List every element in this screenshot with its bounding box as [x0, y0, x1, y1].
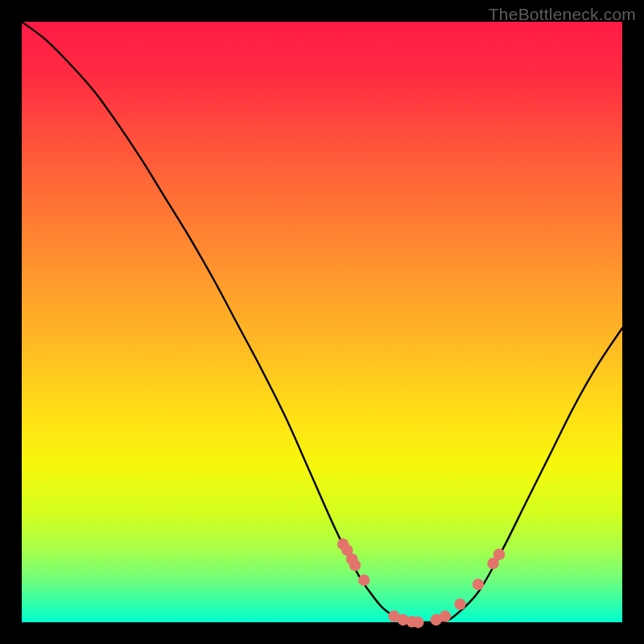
highlight-point [349, 559, 361, 571]
highlight-point [454, 598, 465, 609]
highlight-point [493, 549, 505, 560]
highlight-point [358, 575, 369, 586]
plot-area [22, 22, 622, 622]
highlight-points [337, 539, 505, 628]
bottleneck-curve [22, 22, 622, 623]
highlight-point [440, 610, 451, 621]
chart-container: TheBottleneck.com [0, 0, 644, 644]
highlight-point [473, 579, 484, 590]
chart-svg [22, 22, 622, 622]
watermark-text: TheBottleneck.com [489, 5, 636, 24]
highlight-point [412, 617, 423, 628]
